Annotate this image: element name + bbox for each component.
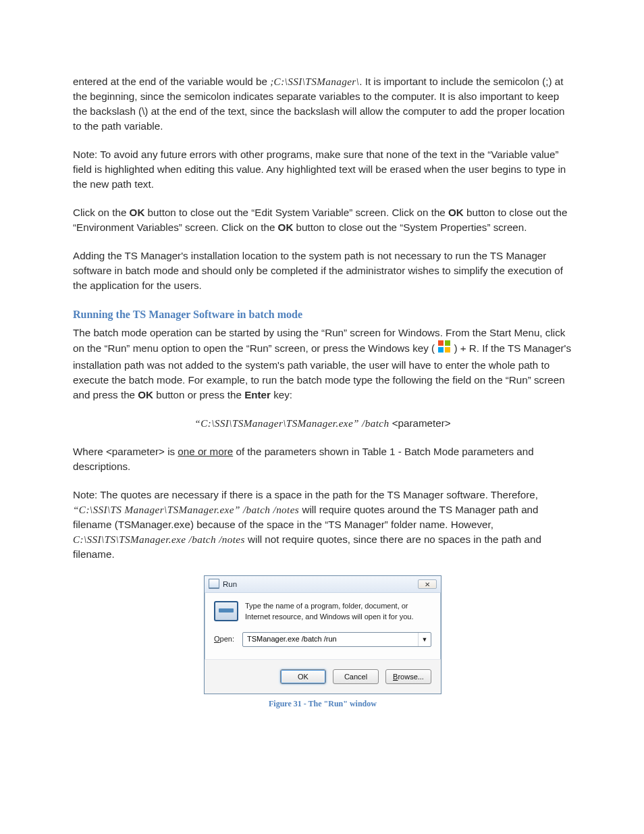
paragraph-parameter: Where <parameter> is one or more of the …: [73, 444, 572, 474]
section-heading: Running the TS Manager Software in batch…: [73, 307, 572, 322]
ok-bold: OK: [278, 221, 294, 233]
run-dialog-figure: Run ✕ Type the name of a program, folder…: [204, 575, 441, 710]
path-italic: C:\SSI\TS\TSManager.exe /batch /notes: [73, 533, 245, 545]
open-label: Open:: [214, 634, 242, 645]
ok-bold: OK: [448, 207, 464, 218]
paragraph-quotes-note: Note: The quotes are necessary if there …: [73, 488, 572, 562]
command-rest: <parameter>: [392, 417, 451, 429]
dialog-message: Type the name of a program, folder, docu…: [245, 601, 431, 623]
svg-rect-3: [445, 347, 450, 353]
path-example: ;C:\SSI\TSManager\: [270, 76, 359, 87]
text: button to close out the “Edit System Var…: [144, 207, 448, 218]
run-dialog: Run ✕ Type the name of a program, folder…: [204, 575, 441, 694]
cancel-button[interactable]: Cancel: [333, 669, 379, 684]
text: button or press the: [153, 389, 244, 400]
open-combobox[interactable]: TSManager.exe /batch /run ▼: [242, 632, 431, 647]
paragraph-optional-path: Adding the TS Manager's installation loc…: [73, 249, 572, 293]
text: Note: The quotes are necessary if there …: [73, 489, 538, 500]
ok-button[interactable]: OK: [280, 669, 326, 684]
text: Click on the: [73, 207, 130, 218]
text: key:: [271, 389, 292, 400]
browse-button[interactable]: Browse...: [385, 669, 431, 684]
paragraph-close-dialogs: Click on the OK button to close out the …: [73, 205, 572, 235]
svg-rect-0: [438, 340, 444, 346]
windows-logo-icon: [437, 340, 451, 357]
dialog-titlebar: Run ✕: [205, 576, 441, 593]
paragraph-run-instructions: The batch mode operation can be started …: [73, 325, 572, 402]
chevron-down-icon[interactable]: ▼: [418, 633, 431, 646]
path-italic: “C:\SSI\TS Manager\TSManager.exe” /batch…: [73, 504, 299, 515]
ok-bold: OK: [138, 389, 153, 400]
paragraph-path-suffix: entered at the end of the variable would…: [73, 74, 572, 134]
run-body-icon: [214, 601, 238, 621]
command-italic: “C:\SSI\TSManager\TSManager.exe” /batch: [194, 417, 392, 429]
paragraph-note-highlight: Note: To avoid any future errors with ot…: [73, 147, 572, 192]
svg-rect-1: [445, 340, 450, 346]
figure-caption: Figure 31 - The "Run" window: [204, 698, 441, 710]
open-value: TSManager.exe /batch /run: [243, 634, 418, 645]
dialog-title-text: Run: [223, 579, 237, 590]
text: Where <parameter> is: [73, 446, 178, 457]
ok-bold: OK: [130, 207, 145, 218]
text: entered at the end of the variable would…: [73, 76, 270, 87]
dialog-button-row: OK Cancel Browse...: [205, 659, 441, 694]
svg-rect-2: [438, 347, 444, 353]
command-line-example: “C:\SSI\TSManager\TSManager.exe” /batch …: [73, 416, 572, 431]
underline-text: one or more: [178, 446, 233, 457]
enter-bold: Enter: [244, 389, 271, 400]
close-button[interactable]: ✕: [418, 579, 437, 589]
text: button to close out the “System Properti…: [293, 221, 527, 233]
run-title-icon: [209, 579, 219, 589]
